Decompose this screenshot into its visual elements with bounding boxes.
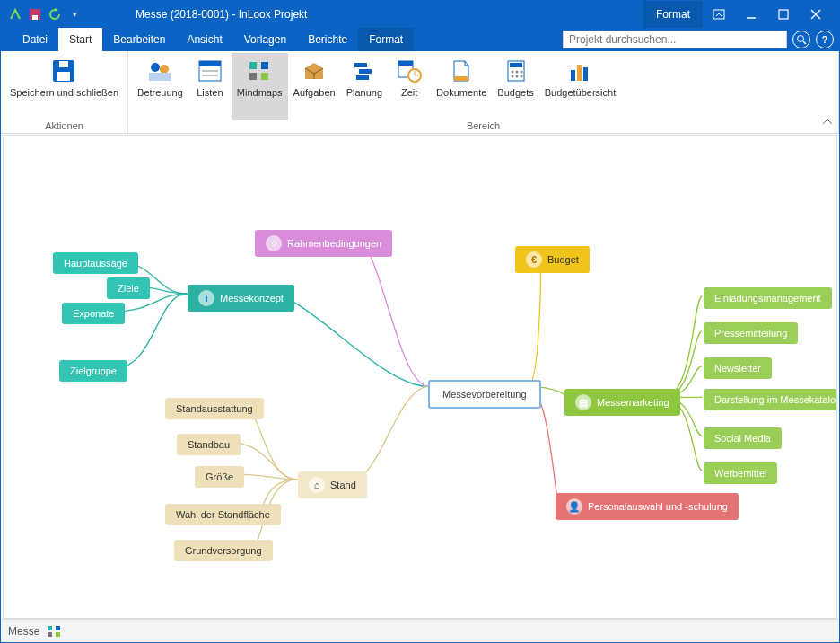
svg-point-39: [515, 75, 518, 78]
svg-rect-34: [510, 63, 522, 67]
bar-chart-icon: [565, 57, 594, 85]
svg-rect-22: [261, 73, 268, 80]
ribbon-collapse-icon[interactable]: [821, 117, 834, 129]
menu-ansicht[interactable]: Ansicht: [176, 28, 232, 51]
planung-button[interactable]: Planung: [341, 53, 388, 120]
budgets-button[interactable]: Budgets: [492, 53, 538, 120]
menu-start[interactable]: Start: [58, 28, 102, 51]
svg-rect-11: [59, 61, 68, 67]
svg-rect-2: [713, 10, 724, 19]
ribbon-expand-icon[interactable]: [703, 1, 735, 28]
menu-datei[interactable]: Datei: [12, 28, 58, 51]
svg-rect-46: [48, 632, 52, 637]
svg-rect-26: [356, 75, 369, 80]
node-hauptaussage[interactable]: Hauptaussage: [53, 252, 138, 274]
statusbar-mindmap-icon[interactable]: [47, 625, 63, 638]
minimize-icon[interactable]: [735, 1, 767, 28]
svg-rect-28: [398, 61, 413, 66]
svg-rect-41: [571, 70, 575, 81]
home-icon: ⌂: [309, 477, 325, 493]
ribbon-group-bereich: Betreuung Listen Mindmaps Aufgaben Planu…: [128, 51, 839, 133]
svg-point-37: [520, 71, 522, 74]
save-close-button[interactable]: Speichern und schließen: [4, 53, 124, 120]
node-werbemittel[interactable]: Werbemittel: [704, 462, 777, 484]
betreuung-button[interactable]: Betreuung: [132, 53, 188, 120]
ribbon-group-label-bereich: Bereich: [132, 120, 835, 133]
budgetuebersicht-button[interactable]: Budgetübersicht: [539, 53, 622, 120]
status-bar: Messe: [1, 619, 839, 642]
node-einladungsmanagement[interactable]: Einladungsmanagement: [704, 287, 832, 309]
svg-line-8: [803, 41, 806, 44]
help-icon[interactable]: ?: [816, 31, 834, 48]
node-messekonzept[interactable]: iMessekonzept: [188, 285, 294, 312]
node-grundversorgung[interactable]: Grundversorgung: [174, 540, 273, 561]
svg-rect-43: [583, 67, 588, 81]
context-tab-format[interactable]: Format: [643, 1, 703, 28]
ribbon-group-label-aktionen: Aktionen: [4, 120, 124, 133]
node-zielgruppe[interactable]: Zielgruppe: [59, 360, 127, 382]
menu-vorlagen[interactable]: Vorlagen: [233, 28, 297, 51]
svg-rect-10: [57, 72, 70, 81]
ribbon-group-aktionen: Speichern und schließen Aktionen: [1, 51, 128, 133]
svg-point-35: [511, 71, 513, 74]
svg-rect-47: [56, 632, 60, 637]
node-central[interactable]: Messevorbereitung: [428, 380, 541, 409]
node-standausstattung[interactable]: Standausstattung: [165, 398, 264, 419]
clock-icon: [395, 57, 424, 85]
svg-rect-4: [779, 10, 788, 19]
node-stand[interactable]: ⌂Stand: [298, 471, 367, 498]
node-wahl-standflaeche[interactable]: Wahl der Standfläche: [165, 504, 281, 525]
node-personal[interactable]: 👤Personalauswahl und -schulung: [556, 493, 739, 520]
node-rahmenbedingungen[interactable]: ⁘Rahmenbedingungen: [255, 230, 392, 257]
menu-bearbeiten[interactable]: Bearbeiten: [102, 28, 176, 51]
dokumente-button[interactable]: Dokumente: [431, 53, 492, 120]
node-exponate[interactable]: Exponate: [62, 303, 125, 324]
svg-point-13: [160, 65, 169, 74]
svg-rect-21: [249, 73, 257, 80]
menu-berichte[interactable]: Berichte: [297, 28, 358, 51]
maximize-icon[interactable]: [767, 1, 800, 28]
titlebar: ▾ Messe (2018-0001) - InLoox Projekt For…: [1, 1, 839, 28]
search-input[interactable]: [563, 31, 787, 48]
info-icon: i: [198, 290, 214, 306]
node-groesse[interactable]: Größe: [195, 466, 244, 488]
statusbar-tab[interactable]: Messe: [8, 625, 39, 638]
zeit-button[interactable]: Zeit: [388, 53, 431, 120]
svg-rect-19: [249, 62, 257, 69]
node-budget[interactable]: €Budget: [515, 246, 590, 273]
svg-point-36: [515, 71, 518, 74]
listen-button[interactable]: Listen: [188, 53, 232, 120]
qat-dropdown-icon[interactable]: ▾: [67, 7, 82, 22]
document-icon: [447, 57, 476, 85]
refresh-icon[interactable]: [48, 7, 62, 22]
menu-format[interactable]: Format: [358, 28, 414, 51]
mindmap-icon: [245, 57, 274, 85]
mindmap-canvas[interactable]: Messevorbereitung ⁘Rahmenbedingungen €Bu…: [3, 135, 837, 619]
screen-icon: ▤: [575, 394, 591, 410]
save-icon[interactable]: [28, 7, 42, 22]
svg-rect-45: [56, 626, 60, 630]
svg-point-7: [798, 36, 804, 42]
svg-rect-16: [199, 61, 221, 66]
calculator-icon: [502, 57, 530, 85]
search-icon[interactable]: [792, 31, 810, 48]
svg-rect-42: [577, 65, 582, 81]
node-newsletter[interactable]: Newsletter: [704, 357, 772, 379]
mindmaps-button[interactable]: Mindmaps: [232, 53, 288, 120]
app-icon: [8, 7, 22, 22]
svg-rect-24: [354, 63, 367, 67]
node-messemarketing[interactable]: ▤Messemarketing: [564, 389, 680, 416]
node-social-media[interactable]: Social Media: [704, 427, 782, 449]
close-icon[interactable]: [800, 1, 832, 28]
window-controls: [703, 1, 832, 28]
person-icon: 👤: [566, 498, 582, 515]
euro-icon: €: [526, 251, 542, 268]
node-pressemitteilung[interactable]: Pressemitteilung: [704, 322, 798, 344]
list-icon: [196, 57, 224, 85]
aufgaben-button[interactable]: Aufgaben: [288, 53, 341, 120]
svg-point-12: [151, 63, 160, 72]
svg-rect-32: [454, 76, 468, 81]
node-messekatalog[interactable]: Darstellung im Messekatalog: [704, 389, 837, 410]
node-ziele[interactable]: Ziele: [107, 277, 150, 299]
node-standbau[interactable]: Standbau: [177, 434, 241, 455]
